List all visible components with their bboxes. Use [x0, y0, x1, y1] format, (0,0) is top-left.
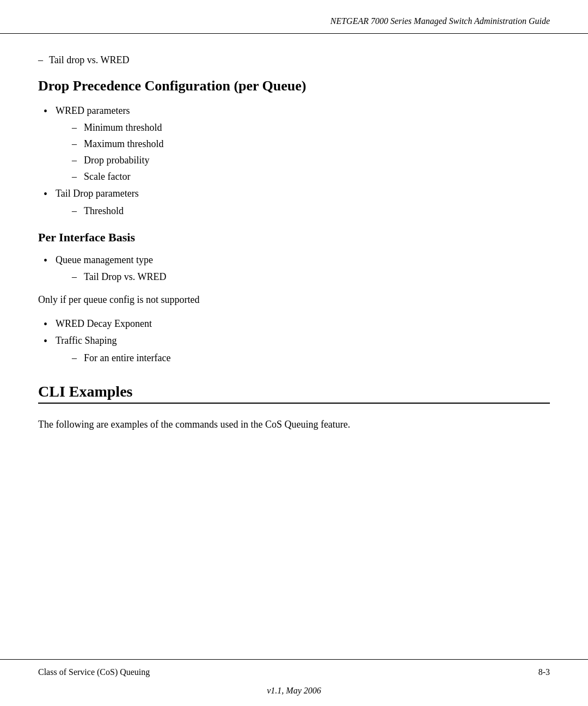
traffic-shaping-sub-list: For an entire interface	[72, 350, 550, 367]
list-item: For an entire interface	[72, 350, 550, 367]
per-interface-bullet-list-2: WRED Decay Exponent Traffic Shaping For …	[44, 316, 550, 367]
list-item: Tail Drop vs. WRED	[72, 269, 550, 285]
per-interface-heading: Per Interface Basis	[38, 230, 550, 245]
wred-sub-list: Minimum threshold Maximum threshold Drop…	[72, 120, 550, 185]
footer-right: 8-3	[538, 667, 550, 677]
cli-description: The following are examples of the comman…	[38, 417, 550, 433]
intro-list-item: Tail drop vs. WRED	[38, 52, 550, 68]
page-footer: Class of Service (CoS) Queuing 8-3	[0, 659, 588, 683]
intro-list: Tail drop vs. WRED	[38, 52, 550, 68]
list-item: Tail Drop parameters Threshold	[44, 186, 550, 219]
cli-section: CLI Examples The following are examples …	[38, 383, 550, 433]
page-header: NETGEAR 7000 Series Managed Switch Admin…	[0, 0, 588, 34]
footer-bottom: v1.1, May 2006	[0, 683, 588, 706]
list-item: WRED parameters Minimum threshold Maximu…	[44, 103, 550, 185]
list-item: WRED Decay Exponent	[44, 316, 550, 332]
per-interface-section: Per Interface Basis Queue management typ…	[38, 230, 550, 367]
main-content: Tail drop vs. WRED Drop Precedence Confi…	[0, 34, 588, 659]
queue-mgmt-sub-list: Tail Drop vs. WRED	[72, 269, 550, 285]
list-item: Scale factor	[72, 169, 550, 185]
footer-version: v1.1, May 2006	[267, 686, 321, 695]
drop-precedence-heading: Drop Precedence Configuration (per Queue…	[38, 78, 550, 94]
drop-precedence-bullet-list: WRED parameters Minimum threshold Maximu…	[44, 103, 550, 220]
list-item: Threshold	[72, 203, 550, 220]
list-item: Drop probability	[72, 153, 550, 169]
per-interface-bullet-list: Queue management type Tail Drop vs. WRED	[44, 252, 550, 285]
footer-left: Class of Service (CoS) Queuing	[38, 667, 150, 677]
header-title: NETGEAR 7000 Series Managed Switch Admin…	[330, 16, 550, 26]
cli-heading-wrapper: CLI Examples	[38, 383, 550, 404]
list-item: Minimum threshold	[72, 120, 550, 136]
list-item: Queue management type Tail Drop vs. WRED	[44, 252, 550, 285]
list-item: Maximum threshold	[72, 136, 550, 153]
drop-precedence-section: Drop Precedence Configuration (per Queue…	[38, 78, 550, 220]
cli-heading: CLI Examples	[38, 383, 550, 400]
tail-drop-sub-list: Threshold	[72, 203, 550, 220]
list-item: Traffic Shaping For an entire interface	[44, 333, 550, 366]
page-container: NETGEAR 7000 Series Managed Switch Admin…	[0, 0, 588, 706]
per-interface-note: Only if per queue config is not supporte…	[38, 292, 550, 308]
